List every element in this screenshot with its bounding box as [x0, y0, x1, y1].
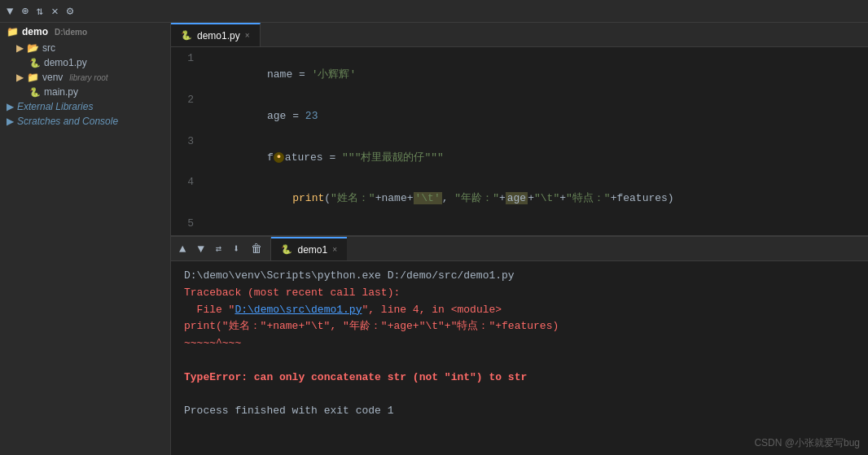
venv-folder-icon: 📁: [27, 72, 39, 83]
toolbar-icon-settings[interactable]: ⚙: [67, 4, 73, 18]
sidebar-mainpy-label: main.py: [44, 86, 78, 98]
tab-label: demo1.py: [197, 30, 240, 42]
code-line-5: 5: [171, 216, 868, 232]
sidebar-src-label: src: [42, 42, 55, 54]
sidebar-item-src[interactable]: ▶ 📂 src: [0, 41, 170, 55]
tab-demo1py[interactable]: 🐍 demo1.py ×: [171, 23, 261, 46]
bottom-panel: ▲ ▼ ⇄ ⬇ 🗑 🐍 demo1 × D:\demo\venv\Scripts…: [171, 235, 868, 455]
code-line-4: 4 print("姓名："+name+'\t', "年龄："+age+"\t"+…: [171, 174, 868, 216]
editor-tab-bar: 🐍 demo1.py ×: [171, 23, 868, 47]
console-traceback-header: Traceback (most recent call last):: [184, 285, 855, 302]
code-line-2: 2 age = 23: [171, 92, 868, 133]
bottom-tab-bar: ▲ ▼ ⇄ ⬇ 🗑 🐍 demo1 ×: [171, 237, 868, 261]
console-file-line: File "D:\demo\src\demo1.py", line 4, in …: [184, 302, 855, 319]
console-run-command: D:\demo\venv\Scripts\python.exe D:/demo/…: [184, 268, 855, 285]
main-area: 📁 demo D:\demo ▶ 📂 src 🐍 demo1.py ▶ 📁 ve…: [0, 23, 868, 455]
console-controls: ▲ ▼ ⇄ ⬇ 🗑: [171, 237, 271, 260]
sidebar-root-label: demo: [22, 26, 48, 37]
console-file-link[interactable]: D:\demo\src\demo1.py: [235, 304, 362, 316]
scroll-up-button[interactable]: ▲: [176, 241, 189, 257]
console-tab-label: demo1: [297, 244, 327, 256]
sidebar-item-scratches[interactable]: ▶ Scratches and Console: [0, 114, 170, 129]
watermark: CSDN @小张就爱写bug: [754, 436, 860, 450]
toolbar: ▼ ⊕ ⇅ ✕ ⚙: [0, 0, 868, 23]
console-type-error-line: TypeError: can only concatenate str (not…: [184, 370, 855, 387]
src-folder-icon: 📂: [27, 42, 39, 54]
code-editor[interactable]: 1 name = '小辉辉' 2 age = 23 3 f●atures = "…: [171, 47, 868, 235]
sidebar-item-external-libraries[interactable]: ▶ External Libraries: [0, 99, 170, 114]
python-file-icon: 🐍: [29, 58, 41, 68]
line-number-4: 4: [171, 174, 204, 190]
folder-icon: 📁: [7, 26, 19, 37]
scratches-icon: ▶: [7, 116, 14, 127]
rerun-button[interactable]: ⇄: [213, 241, 225, 256]
toolbar-icon-sort[interactable]: ⇅: [37, 4, 43, 18]
console-exit-line: Process finished with exit code 1: [184, 403, 855, 420]
line-content-5: [204, 216, 210, 232]
console-output: D:\demo\venv\Scripts\python.exe D:/demo/…: [171, 261, 868, 455]
scroll-down-button[interactable]: ▼: [194, 241, 207, 257]
console-tab-close[interactable]: ×: [332, 245, 337, 254]
console-tilde-line: ~~~~~^~~~: [184, 335, 855, 352]
tab-console-demo1[interactable]: 🐍 demo1 ×: [271, 237, 347, 260]
sidebar-root[interactable]: 📁 demo D:\demo: [0, 23, 170, 41]
tab-close-button[interactable]: ×: [245, 31, 250, 40]
sidebar-scratches-label: Scratches and Console: [17, 116, 118, 127]
folder-icon: ▶: [16, 72, 24, 83]
editor-area: 🐍 demo1.py × 1 name = '小辉辉' 2 age = 23: [171, 23, 868, 455]
ext-lib-icon: ▶: [7, 101, 14, 112]
sidebar-venv-badge: library root: [69, 73, 107, 82]
sidebar: 📁 demo D:\demo ▶ 📂 src 🐍 demo1.py ▶ 📁 ve…: [0, 23, 171, 455]
code-line-3: 3 f●atures = """村里最靓的仔""": [171, 133, 868, 175]
toolbar-icon-add[interactable]: ⊕: [21, 4, 28, 18]
sidebar-item-venv[interactable]: ▶ 📁 venv library root: [0, 70, 170, 85]
console-py-icon: 🐍: [281, 244, 292, 255]
line-number-3: 3: [171, 133, 204, 150]
sidebar-demo1py-label: demo1.py: [44, 57, 87, 68]
trash-button[interactable]: 🗑: [248, 241, 265, 257]
line-number-2: 2: [171, 92, 204, 108]
stop-button[interactable]: ⬇: [230, 240, 243, 257]
sidebar-ext-libraries-label: External Libraries: [17, 101, 93, 112]
code-line-1: 1 name = '小辉辉': [171, 50, 868, 92]
console-code-line: print("姓名："+name+"\t", "年龄："+age+"\t"+"特…: [184, 318, 855, 335]
sidebar-item-mainpy[interactable]: 🐍 main.py: [0, 85, 170, 99]
folder-icon: ▶: [16, 42, 24, 54]
main-python-icon: 🐍: [29, 87, 41, 98]
sidebar-item-demo1py[interactable]: 🐍 demo1.py: [0, 55, 170, 70]
sidebar-venv-label: venv: [42, 72, 63, 83]
line-number-1: 1: [171, 50, 204, 67]
toolbar-icon-close[interactable]: ✕: [51, 4, 58, 18]
tab-py-icon: 🐍: [181, 30, 192, 41]
toolbar-icon-dropdown[interactable]: ▼: [7, 5, 13, 18]
sidebar-root-path: D:\demo: [55, 28, 87, 37]
line-number-5: 5: [171, 216, 204, 232]
